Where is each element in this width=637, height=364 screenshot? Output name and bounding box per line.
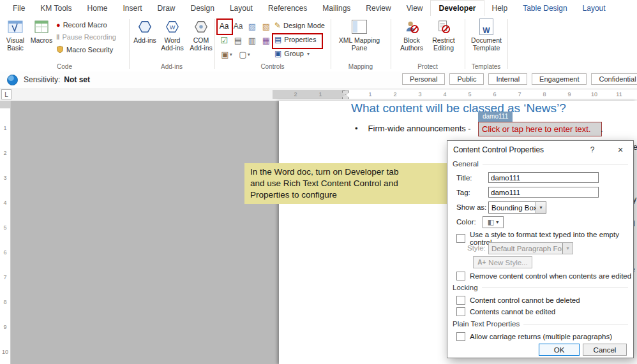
ruler-number: 1	[368, 91, 371, 98]
checkbox-content-control-button[interactable]: ☑	[218, 34, 230, 46]
tab-file[interactable]: File	[5, 0, 33, 16]
tab-references[interactable]: References	[260, 0, 315, 16]
ruler-number: 7	[0, 273, 10, 281]
restrict-editing-button[interactable]: Restrict Editing	[428, 18, 460, 52]
combo-box-content-control-button[interactable]: ▤	[232, 34, 244, 46]
tab-mailings[interactable]: Mailings	[315, 0, 358, 16]
tag-field-label: Tag:	[456, 189, 470, 196]
block-authors-icon	[404, 18, 419, 35]
horizontal-ruler[interactable]: 21 123456789101112	[273, 90, 637, 99]
plain-text-content-control-button[interactable]: Aa	[232, 20, 244, 32]
tab-stop-selector[interactable]: L	[1, 89, 11, 99]
xml-mapping-pane-button[interactable]: XML Mapping Pane	[338, 18, 380, 52]
tab-developer[interactable]: Developer	[430, 0, 484, 16]
new-style-icon: A+	[477, 259, 486, 266]
tab-layout-contextual[interactable]: Layout	[575, 0, 613, 16]
tag-field-input[interactable]	[488, 187, 599, 198]
style-select: Default Paragraph Font ▾	[488, 242, 573, 254]
tab-table-design[interactable]: Table Design	[515, 0, 574, 16]
ruler-number: 3	[418, 91, 421, 98]
ruler-number: 6	[493, 91, 496, 98]
ruler-number: 1	[318, 91, 322, 98]
section-locking-label: Locking	[453, 284, 478, 291]
properties-button[interactable]: ▤ Properties	[274, 35, 316, 44]
block-authors-button[interactable]: Block Authors	[397, 18, 426, 52]
design-mode-button[interactable]: ✎ Design Mode	[274, 21, 325, 30]
repeating-section-control-button[interactable]: ▢▾	[236, 48, 253, 60]
tab-layout[interactable]: Layout	[222, 0, 260, 16]
tab-insert[interactable]: Insert	[116, 0, 150, 16]
title-field-input[interactable]	[488, 172, 599, 183]
cannot-delete-checkbox[interactable]	[456, 296, 465, 305]
visual-basic-button[interactable]: Visual Basic	[3, 18, 28, 52]
group-divider	[391, 19, 391, 69]
pause-recording-button: ‖ Pause Recording	[56, 33, 116, 41]
tab-km-tools[interactable]: KM Tools	[33, 0, 79, 16]
tab-view[interactable]: View	[399, 0, 431, 16]
sensitivity-button-public[interactable]: Public	[449, 73, 484, 85]
ruler-number: 10	[0, 348, 10, 356]
drop-down-list-control-button[interactable]: ▥	[246, 34, 258, 46]
use-style-checkbox[interactable]	[456, 234, 465, 243]
tab-draw[interactable]: Draw	[150, 0, 183, 16]
macros-button[interactable]: Macros	[30, 18, 53, 44]
repeating-section-icon: ▢	[239, 50, 246, 59]
vertical-ruler[interactable]: 12345678910	[0, 101, 11, 364]
group-button[interactable]: ▣ Group ▾	[274, 49, 310, 58]
ruler-row: L 21 123456789101112	[0, 88, 637, 101]
remove-control-checkbox-row[interactable]: Remove content control when contents are…	[456, 272, 631, 280]
com-add-ins-button[interactable]: COM Add-ins	[188, 18, 214, 52]
new-style-label: New Style...	[488, 259, 527, 266]
restrict-editing-label: Restrict Editing	[428, 36, 460, 52]
com-add-ins-icon	[194, 18, 208, 35]
date-picker-control-button[interactable]: ▦	[260, 34, 272, 46]
building-block-gallery-control-button[interactable]: ▧	[260, 20, 272, 32]
ruler-number: 4	[0, 199, 10, 207]
picture-content-control-button[interactable]: ▨	[246, 20, 258, 32]
section-plain-text-properties: Plain Text Properties	[453, 320, 628, 328]
chevron-down-icon[interactable]: ▾	[536, 202, 546, 213]
vertical-ruler-margin	[0, 101, 10, 108]
style-label: Style:	[467, 244, 486, 252]
content-control-tag[interactable]: damo111	[478, 112, 513, 122]
color-picker-button[interactable]: ◧ ▾	[483, 216, 504, 228]
content-control-properties-dialog: Content Control Properties ? × General T…	[447, 140, 634, 358]
legacy-tools-button[interactable]: ▣▾	[218, 48, 235, 60]
tab-review[interactable]: Review	[358, 0, 398, 16]
tab-help[interactable]: Help	[484, 0, 516, 16]
sensitivity-button-confidential[interactable]: Confidential	[591, 73, 637, 85]
chevron-down-icon: ▾	[307, 51, 310, 57]
tab-home[interactable]: Home	[79, 0, 115, 16]
remove-control-checkbox[interactable]	[456, 272, 465, 280]
add-ins-button[interactable]: Add-ins	[133, 18, 157, 44]
document-template-button[interactable]: W Document Template	[468, 18, 504, 52]
word-add-ins-button[interactable]: W Word Add-ins	[158, 18, 186, 52]
note-line: and use Rich Text Content Control and	[250, 178, 446, 189]
pause-recording-label: Pause Recording	[62, 33, 116, 41]
dialog-help-button[interactable]: ?	[585, 143, 600, 156]
content-control-placeholder[interactable]: Click or tap here to enter text.	[478, 122, 602, 136]
cannot-delete-checkbox-row[interactable]: Content control cannot be deleted	[456, 296, 580, 305]
chevron-down-icon: ▾	[248, 52, 250, 57]
sensitivity-button-internal[interactable]: Internal	[488, 73, 527, 85]
rich-text-content-control-button[interactable]: Aa	[218, 20, 230, 32]
cannot-edit-checkbox-row[interactable]: Contents cannot be edited	[456, 307, 555, 316]
dialog-close-icon[interactable]: ×	[611, 143, 629, 156]
sensitivity-button-personal[interactable]: Personal	[402, 73, 445, 85]
ok-button[interactable]: OK	[539, 344, 580, 356]
macro-security-button[interactable]: Macro Security	[56, 45, 113, 54]
cancel-button[interactable]: Cancel	[583, 344, 627, 356]
group-divider	[331, 19, 331, 69]
carriage-returns-checkbox-row[interactable]: Allow carriage returns (multiple paragra…	[456, 332, 612, 341]
tab-design[interactable]: Design	[183, 0, 222, 16]
carriage-returns-checkbox[interactable]	[456, 332, 465, 341]
sensitivity-button-engagement[interactable]: Engagement	[532, 73, 587, 85]
ruler-number: 10	[591, 91, 597, 98]
ruler-number: 2	[294, 91, 297, 98]
cannot-edit-checkbox[interactable]	[456, 307, 465, 316]
record-macro-button[interactable]: ● Record Macro	[56, 21, 107, 29]
title-field-label: Title:	[456, 174, 472, 182]
ruler-number: 3	[0, 174, 10, 182]
show-as-select[interactable]: Bounding Box ▾	[488, 201, 546, 214]
ribbon-tab-bar: File KM Tools Home Insert Draw Design La…	[0, 0, 637, 16]
